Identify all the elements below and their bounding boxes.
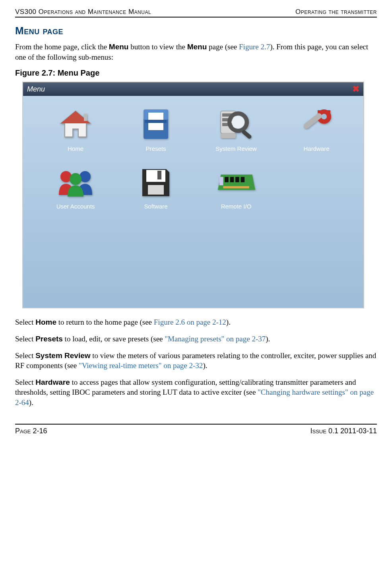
para-system-review: Select System Review to view the meters … (15, 351, 377, 371)
svg-rect-25 (157, 171, 161, 179)
svg-rect-31 (223, 186, 249, 189)
svg-rect-23 (146, 170, 165, 182)
remote-io-icon (217, 166, 255, 200)
user-accounts-icon (56, 166, 95, 200)
svg-rect-30 (219, 177, 223, 185)
svg-rect-24 (148, 185, 164, 195)
hardware-icon (297, 108, 336, 142)
menu-item-label: Software (144, 203, 167, 210)
svg-rect-28 (235, 177, 239, 182)
para-presets: Select Presets to load, edit, or save pr… (15, 334, 377, 344)
menu-item-home[interactable]: Home (37, 108, 114, 152)
menu-item-remote-io[interactable]: Remote I/O (198, 166, 274, 210)
svg-rect-29 (241, 177, 245, 182)
menu-body: Home Presets (23, 96, 363, 308)
svg-rect-19 (326, 110, 330, 113)
link-realtime-meters[interactable]: "Viewing real-time meters" on page 2-32 (79, 361, 203, 370)
menu-item-label: Home (68, 145, 83, 152)
system-review-icon (217, 108, 255, 142)
menu-item-label: Hardware (303, 145, 329, 152)
page-footer: Page 2-16 Issue 0.1 2011-03-11 (15, 425, 377, 435)
svg-rect-11 (221, 133, 236, 138)
menu-item-user-accounts[interactable]: User Accounts (37, 166, 114, 210)
svg-rect-14 (241, 129, 252, 140)
link-figure-2-6[interactable]: Figure 2.6 on page 2-12 (154, 318, 226, 326)
section-heading: Menu page (15, 25, 377, 37)
menu-item-label: Remote I/O (221, 203, 252, 210)
software-icon (137, 166, 175, 200)
svg-rect-6 (145, 120, 167, 123)
presets-icon (137, 108, 175, 142)
figure-ref-link[interactable]: Figure 2.7 (239, 43, 270, 51)
menu-window-title: Menu (27, 85, 45, 94)
svg-rect-27 (230, 177, 234, 182)
para-home: Select Home to return to the home page (… (15, 317, 377, 327)
header-left: VS300 Operations and Maintenance Manual (15, 8, 151, 16)
footer-page: Page 2-16 (15, 427, 47, 435)
menu-item-label: System Review (215, 145, 256, 152)
figure-frame: Menu ✖ Home (22, 82, 364, 308)
menu-item-label: Presets (146, 145, 166, 152)
svg-rect-2 (84, 114, 87, 121)
menu-window: Menu ✖ Home (22, 82, 364, 308)
svg-point-16 (321, 114, 327, 119)
menu-item-system-review[interactable]: System Review (198, 108, 274, 152)
menu-item-presets[interactable]: Presets (118, 108, 194, 152)
home-icon (56, 108, 95, 142)
svg-point-22 (70, 173, 82, 185)
intro-paragraph: From the home page, click the Menu butto… (15, 42, 377, 62)
header-right: Operating the transmitter (295, 8, 377, 16)
figure-caption: Figure 2.7: Menu Page (15, 68, 377, 78)
svg-rect-18 (318, 110, 322, 113)
menu-item-label: User Accounts (56, 203, 95, 210)
footer-issue: Issue 0.1 2011-03-11 (310, 427, 377, 435)
menu-item-hardware[interactable]: Hardware (278, 108, 355, 152)
header-rule (15, 17, 377, 18)
link-managing-presets[interactable]: "Managing presets" on page 2-37 (165, 335, 266, 343)
svg-rect-26 (225, 177, 229, 182)
svg-point-13 (232, 116, 245, 129)
para-hardware: Select Hardware to access pages that all… (15, 377, 377, 408)
page-header: VS300 Operations and Maintenance Manual … (15, 8, 377, 17)
menu-item-software[interactable]: Software (118, 166, 194, 210)
menu-icon-grid: Home Presets (37, 108, 355, 210)
close-icon[interactable]: ✖ (352, 84, 359, 94)
menu-titlebar: Menu ✖ (23, 82, 363, 96)
